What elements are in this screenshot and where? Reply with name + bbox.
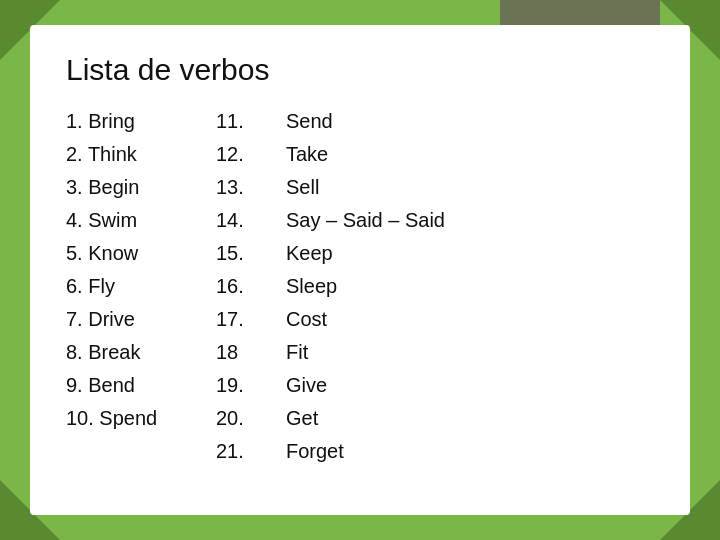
list-word: Take xyxy=(286,138,654,171)
lists-container: 1. Bring2. Think3. Begin4. Swim5. Know6.… xyxy=(66,105,654,468)
list-word: Keep xyxy=(286,237,654,270)
background: Lista de verbos 1. Bring2. Think3. Begin… xyxy=(0,0,720,540)
list-word: Say – Said – Said xyxy=(286,204,654,237)
list-number: 20. xyxy=(216,402,256,435)
right-number-list: 11.12.13.14.15.16.17.1819.20.21. xyxy=(216,105,256,468)
list-number: 17. xyxy=(216,303,256,336)
list-word: Cost xyxy=(286,303,654,336)
list-word: Forget xyxy=(286,435,654,468)
list-word: Sell xyxy=(286,171,654,204)
list-item: 3. Begin xyxy=(66,171,186,204)
list-word: Send xyxy=(286,105,654,138)
page-title: Lista de verbos xyxy=(66,53,654,87)
list-number: 18 xyxy=(216,336,256,369)
content-card: Lista de verbos 1. Bring2. Think3. Begin… xyxy=(30,25,690,515)
list-word: Give xyxy=(286,369,654,402)
list-item: 4. Swim xyxy=(66,204,186,237)
list-number: 12. xyxy=(216,138,256,171)
list-number: 11. xyxy=(216,105,256,138)
list-word: Fit xyxy=(286,336,654,369)
list-number: 16. xyxy=(216,270,256,303)
list-number: 19. xyxy=(216,369,256,402)
list-number: 13. xyxy=(216,171,256,204)
list-number: 14. xyxy=(216,204,256,237)
list-item: 1. Bring xyxy=(66,105,186,138)
list-word: Sleep xyxy=(286,270,654,303)
list-item: 2. Think xyxy=(66,138,186,171)
list-word: Get xyxy=(286,402,654,435)
list-item: 8. Break xyxy=(66,336,186,369)
list-item: 9. Bend xyxy=(66,369,186,402)
list-item: 6. Fly xyxy=(66,270,186,303)
right-word-list: SendTakeSellSay – Said – SaidKeepSleepCo… xyxy=(286,105,654,468)
list-number: 21. xyxy=(216,435,256,468)
left-verb-list: 1. Bring2. Think3. Begin4. Swim5. Know6.… xyxy=(66,105,186,435)
list-item: 5. Know xyxy=(66,237,186,270)
list-item: 10. Spend xyxy=(66,402,186,435)
list-item: 7. Drive xyxy=(66,303,186,336)
list-number: 15. xyxy=(216,237,256,270)
